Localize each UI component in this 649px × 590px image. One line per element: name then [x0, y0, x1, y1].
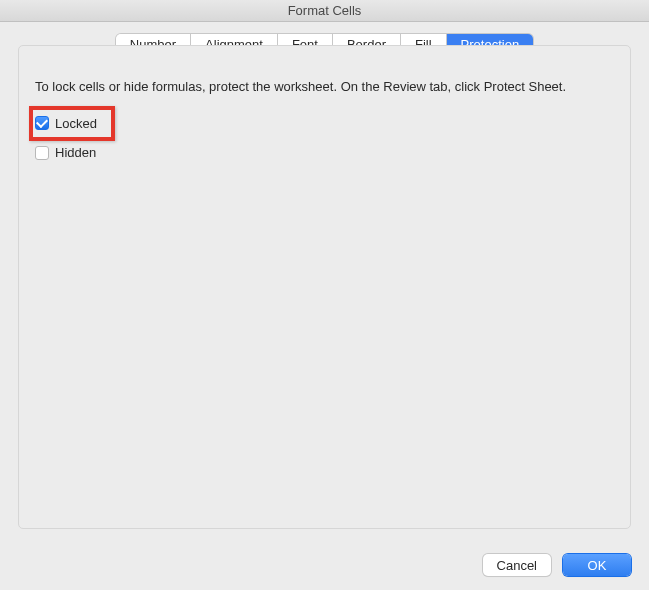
locked-checkbox[interactable]: [35, 116, 49, 130]
protection-panel: To lock cells or hide formulas, protect …: [18, 45, 631, 529]
format-cells-dialog: Format Cells Number Alignment Font Borde…: [0, 0, 649, 590]
hidden-checkbox[interactable]: [35, 146, 49, 160]
dialog-body: Number Alignment Font Border Fill Protec…: [0, 22, 649, 529]
cancel-button[interactable]: Cancel: [483, 554, 551, 576]
protection-description: To lock cells or hide formulas, protect …: [35, 78, 614, 96]
hidden-row: Hidden: [35, 143, 614, 163]
titlebar: Format Cells: [0, 0, 649, 22]
dialog-buttons: Cancel OK: [483, 554, 631, 576]
locked-label[interactable]: Locked: [55, 116, 97, 131]
window-title: Format Cells: [288, 3, 362, 18]
ok-button[interactable]: OK: [563, 554, 631, 576]
hidden-label[interactable]: Hidden: [55, 145, 96, 160]
locked-highlight-annotation: Locked: [29, 106, 115, 141]
